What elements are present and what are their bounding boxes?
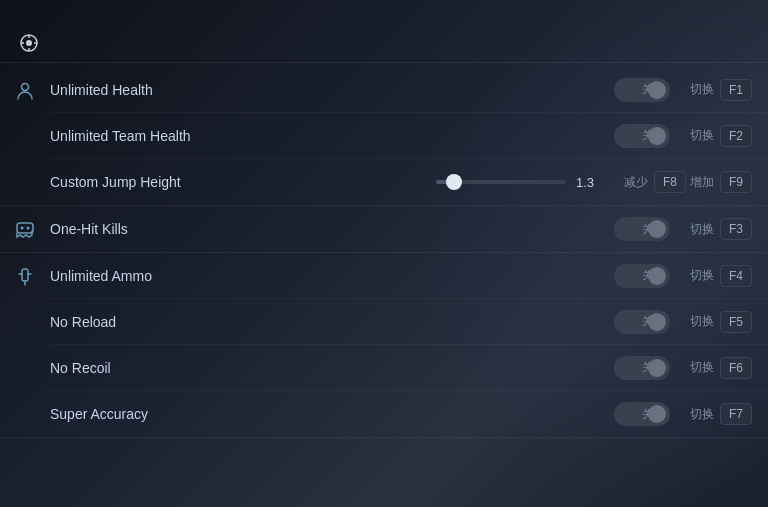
hotkeys: 切换F4	[690, 265, 752, 287]
hotkey-button[interactable]: F5	[720, 311, 752, 333]
cheat-name: Unlimited Health	[50, 82, 614, 98]
cheat-name: Super Accuracy	[50, 406, 614, 422]
hotkey-label: 切换	[690, 267, 714, 284]
hotkey-button[interactable]: F2	[720, 125, 752, 147]
section-icon-health	[0, 67, 50, 205]
hotkey-button[interactable]: F6	[720, 357, 752, 379]
toggle-container: 关闭	[614, 310, 670, 334]
toggle-container: 关闭	[614, 78, 670, 102]
toggle-switch[interactable]: 关闭	[614, 402, 670, 426]
cheat-row: No Reload 关闭 切换F5	[50, 299, 768, 345]
hotkey-label: 切换	[690, 359, 714, 376]
section-icon-ammo	[0, 253, 50, 437]
cheat-name: Unlimited Ammo	[50, 268, 614, 284]
toggle-switch[interactable]: 关闭	[614, 310, 670, 334]
cheat-name: Unlimited Team Health	[50, 128, 614, 144]
hotkey-label: 切换	[690, 127, 714, 144]
slider-value: 1.3	[576, 175, 604, 190]
section-icon-kills	[0, 206, 50, 252]
toggle-switch[interactable]: 关闭	[614, 124, 670, 148]
hotkey-button[interactable]: F1	[720, 79, 752, 101]
hotkey-label: 切换	[690, 406, 714, 423]
toggle-knob	[648, 359, 666, 377]
svg-rect-10	[22, 269, 28, 281]
toggle-container: 关闭	[614, 124, 670, 148]
toggle-container: 关闭	[614, 356, 670, 380]
toggle-container: 关闭	[614, 264, 670, 288]
toggle-knob	[648, 127, 666, 145]
hotkeys: 切换F5	[690, 311, 752, 333]
hotkeys: 切换F7	[690, 403, 752, 425]
toggle-knob	[648, 313, 666, 331]
toggle-knob	[648, 81, 666, 99]
cheat-name: No Reload	[50, 314, 614, 330]
cheat-name: Custom Jump Height	[50, 174, 436, 190]
cheat-name: No Recoil	[50, 360, 614, 376]
toggle-switch[interactable]: 关闭	[614, 356, 670, 380]
cheat-row: Custom Jump Height 1.3 减少F8增加F9	[50, 159, 768, 205]
main-content: Unlimited Health 关闭 切换F1 Unlimited Team …	[0, 0, 768, 438]
svg-point-8	[21, 227, 24, 230]
toggle-container: 关闭	[614, 402, 670, 426]
section-rows-kills: One-Hit Kills 关闭 切换F3	[50, 206, 768, 252]
hotkey-button[interactable]: F3	[720, 218, 752, 240]
cheat-row: One-Hit Kills 关闭 切换F3	[50, 206, 768, 252]
slider-container: 1.3	[436, 175, 604, 190]
cheat-row: Unlimited Team Health 关闭 切换F2	[50, 113, 768, 159]
header	[0, 0, 768, 28]
hotkey-button[interactable]: F4	[720, 265, 752, 287]
hotkey-button[interactable]: F7	[720, 403, 752, 425]
section-rows-health: Unlimited Health 关闭 切换F1 Unlimited Team …	[50, 67, 768, 205]
slider-track[interactable]	[436, 180, 566, 184]
section-health: Unlimited Health 关闭 切换F1 Unlimited Team …	[0, 67, 768, 206]
cheat-name: One-Hit Kills	[50, 221, 614, 237]
section-kills: One-Hit Kills 关闭 切换F3	[0, 206, 768, 253]
hotkey-label: 增加	[690, 174, 714, 191]
cheat-row: No Recoil 关闭 切换F6	[50, 345, 768, 391]
hotkey-button[interactable]: F8	[654, 171, 686, 193]
svg-point-6	[22, 84, 29, 91]
section-ammo: Unlimited Ammo 关闭 切换F4 No Reload 关闭 切换F5…	[0, 253, 768, 438]
steam-bar	[0, 28, 768, 63]
svg-point-1	[26, 40, 32, 46]
slider-thumb[interactable]	[446, 174, 462, 190]
toggle-knob	[648, 220, 666, 238]
sections-container: Unlimited Health 关闭 切换F1 Unlimited Team …	[0, 67, 768, 438]
hotkeys: 切换F1	[690, 79, 752, 101]
toggle-switch[interactable]: 关闭	[614, 217, 670, 241]
hotkeys: 切换F2	[690, 125, 752, 147]
toggle-container: 关闭	[614, 217, 670, 241]
toggle-switch[interactable]: 关闭	[614, 264, 670, 288]
hotkeys: 切换F6	[690, 357, 752, 379]
svg-point-9	[27, 227, 30, 230]
cheat-row: Unlimited Health 关闭 切换F1	[50, 67, 768, 113]
hotkey-label: 减少	[624, 174, 648, 191]
section-rows-ammo: Unlimited Ammo 关闭 切换F4 No Reload 关闭 切换F5…	[50, 253, 768, 437]
hotkey-label: 切换	[690, 313, 714, 330]
toggle-switch[interactable]: 关闭	[614, 78, 670, 102]
toggle-knob	[648, 267, 666, 285]
cheat-row: Unlimited Ammo 关闭 切换F4	[50, 253, 768, 299]
hotkeys: 切换F3	[690, 218, 752, 240]
steam-logo	[20, 34, 38, 52]
hotkeys: 减少F8增加F9	[624, 171, 752, 193]
hotkey-label: 切换	[690, 81, 714, 98]
cheat-row: Super Accuracy 关闭 切换F7	[50, 391, 768, 437]
svg-rect-7	[17, 223, 33, 233]
hotkey-button[interactable]: F9	[720, 171, 752, 193]
toggle-knob	[648, 405, 666, 423]
hotkey-label: 切换	[690, 221, 714, 238]
